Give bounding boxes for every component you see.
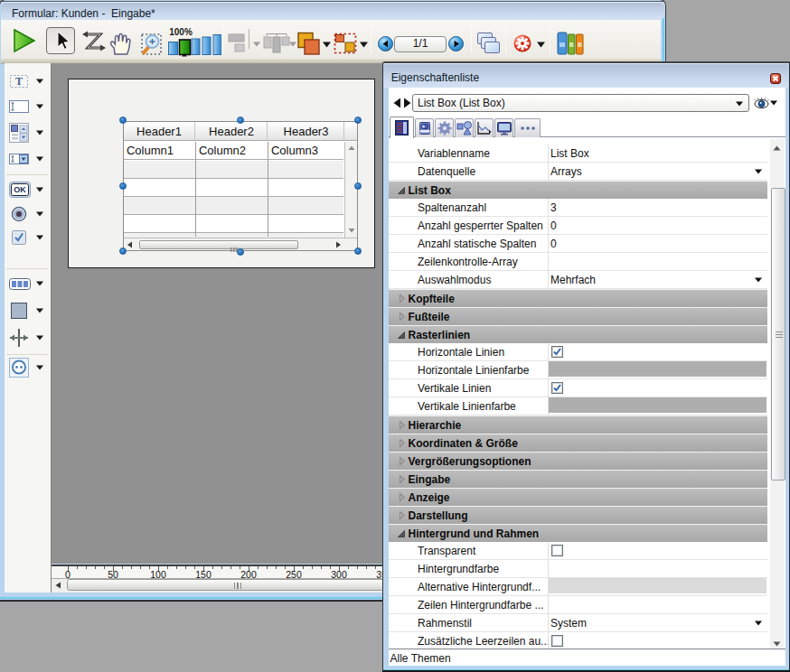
svg-text:T: T [15,75,23,88]
svg-text:300: 300 [331,569,347,580]
svg-text:0: 0 [65,569,71,580]
svg-text:OK: OK [14,185,26,194]
svg-text:250: 250 [286,569,302,580]
svg-text:50: 50 [108,569,118,580]
svg-text:100: 100 [150,569,166,580]
svg-text:150: 150 [195,569,212,580]
svg-text:200: 200 [240,569,257,580]
